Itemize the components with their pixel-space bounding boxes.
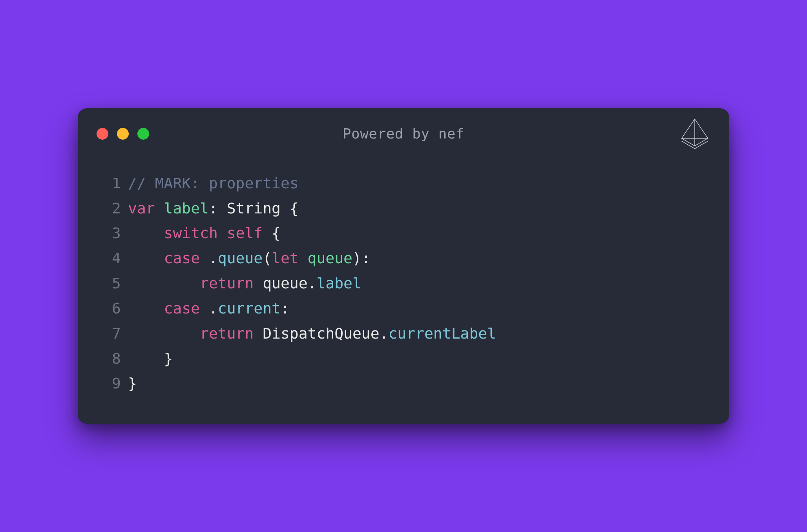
code-content: case .current: <box>128 296 290 321</box>
code-content: case .queue(let queue): <box>128 246 371 271</box>
code-line: 3 switch self { <box>93 221 714 246</box>
token-member: currentLabel <box>388 325 496 342</box>
line-number: 7 <box>93 321 121 346</box>
code-content: } <box>128 346 173 372</box>
token-plain <box>128 250 164 267</box>
token-keyword: return <box>200 275 254 292</box>
token-plain: : <box>209 200 227 217</box>
token-plain: . <box>200 300 218 317</box>
token-comment: // MARK: properties <box>128 175 299 192</box>
code-area: 1// MARK: properties2var label: String {… <box>78 151 729 396</box>
token-ident: label <box>164 200 209 217</box>
line-number: 8 <box>93 346 121 372</box>
line-number: 5 <box>93 271 121 296</box>
token-member: queue <box>218 250 263 267</box>
token-plain <box>218 224 227 242</box>
close-icon[interactable] <box>97 128 108 140</box>
token-plain: . <box>200 250 218 267</box>
code-content: // MARK: properties <box>128 171 299 196</box>
token-plain: } <box>128 375 137 392</box>
line-number: 3 <box>93 221 121 246</box>
code-content: var label: String { <box>128 196 299 221</box>
line-number: 6 <box>93 296 121 321</box>
token-plain: DispatchQueue. <box>254 325 388 342</box>
token-plain: { <box>281 200 299 217</box>
code-content: } <box>128 371 137 396</box>
token-keyword: case <box>164 250 200 267</box>
titlebar: Powered by nef <box>78 108 729 151</box>
token-plain <box>128 325 200 342</box>
token-ident: queue <box>308 250 352 267</box>
token-plain: { <box>263 224 281 242</box>
token-keyword: case <box>164 300 200 317</box>
code-content: return DispatchQueue.currentLabel <box>128 321 496 346</box>
zoom-icon[interactable] <box>137 128 149 140</box>
token-plain <box>155 200 164 217</box>
code-line: 8 } <box>93 346 714 372</box>
token-plain <box>128 224 164 242</box>
token-plain: ): <box>352 250 371 267</box>
token-plain: } <box>128 350 173 367</box>
line-number: 1 <box>93 171 121 196</box>
token-plain: queue. <box>254 275 316 292</box>
token-plain <box>299 250 308 267</box>
code-line: 5 return queue.label <box>93 271 714 296</box>
line-number: 9 <box>93 371 121 396</box>
code-line: 9} <box>93 371 714 396</box>
token-keyword: let <box>272 250 299 267</box>
line-number: 4 <box>93 246 121 271</box>
token-plain <box>128 300 164 317</box>
token-keyword: self <box>227 224 263 242</box>
token-keyword: switch <box>164 224 218 242</box>
code-line: 4 case .queue(let queue): <box>93 246 714 271</box>
code-content: switch self { <box>128 221 281 246</box>
token-member: label <box>316 275 361 292</box>
token-member: current <box>218 300 281 317</box>
token-plain: : <box>281 300 290 317</box>
line-number: 2 <box>93 196 121 221</box>
code-line: 2var label: String { <box>93 196 714 221</box>
minimize-icon[interactable] <box>117 128 129 140</box>
code-line: 6 case .current: <box>93 296 714 321</box>
code-line: 1// MARK: properties <box>93 171 714 196</box>
code-line: 7 return DispatchQueue.currentLabel <box>93 321 714 346</box>
code-window: Powered by nef 1// MARK: properties2var … <box>78 108 729 424</box>
token-keyword: return <box>200 325 254 342</box>
nef-logo-icon <box>677 117 712 153</box>
token-plain: ( <box>263 250 272 267</box>
window-title: Powered by nef <box>78 126 729 142</box>
token-type: String <box>227 200 281 217</box>
token-plain <box>128 275 200 292</box>
code-content: return queue.label <box>128 271 362 296</box>
token-keyword: var <box>128 200 155 217</box>
traffic-lights <box>97 128 149 140</box>
